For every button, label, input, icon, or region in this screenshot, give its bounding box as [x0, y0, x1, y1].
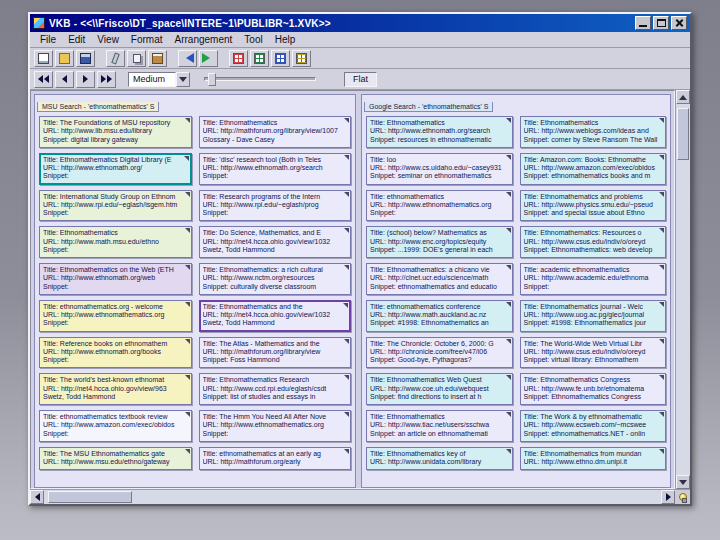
info-card[interactable]: Title: Ethnomathematics: a rich cultural… — [199, 263, 352, 295]
menu-item-format[interactable]: Format — [125, 33, 169, 46]
vertical-scroll-thumb[interactable] — [677, 108, 689, 160]
zoom-slider[interactable] — [204, 77, 316, 81]
info-card[interactable]: Title: The World-Wide Web Virtual LibrUR… — [520, 337, 667, 369]
scroll-up-button[interactable] — [676, 90, 690, 104]
info-card[interactable]: Title: The Work & by ethnomathematicURL:… — [520, 410, 667, 442]
horizontal-scrollbar[interactable] — [30, 490, 675, 504]
info-card[interactable]: Title: Research programs of the InternUR… — [199, 190, 352, 222]
zoom-dropdown[interactable]: Medium — [128, 72, 190, 87]
zoom-dropdown-button[interactable] — [176, 72, 190, 87]
info-card[interactable]: Title: Ethnomathematics and theURL: http… — [199, 300, 352, 332]
new-document-button[interactable] — [34, 50, 53, 67]
info-card[interactable]: Title: (school) below? Mathematics asURL… — [366, 226, 513, 258]
info-card[interactable]: Title: Ethnomathematics journal - WelcUR… — [520, 300, 667, 332]
close-button[interactable] — [671, 16, 687, 30]
menu-item-edit[interactable]: Edit — [62, 33, 91, 46]
info-card[interactable]: Title: ethnomathematics conferenceURL: h… — [366, 300, 513, 332]
info-card[interactable]: Title: Ethnomathematics Digital Library … — [39, 153, 192, 185]
card-text: URL: http://www.amazon.com/exec/obidos — [43, 421, 188, 429]
save-button[interactable] — [76, 50, 95, 67]
menu-bar: FileEditViewFormatArrangementToolHelp — [30, 32, 690, 48]
info-card[interactable]: Title: looURL: http://www.cs.uidaho.edu/… — [366, 153, 513, 185]
info-card[interactable]: Title: 'disc' research tool (Both in Tel… — [199, 153, 352, 185]
info-card[interactable]: Title: Reference books on ethnomathemURL… — [39, 337, 192, 369]
nav-prev-button[interactable] — [55, 71, 74, 88]
info-card[interactable]: Title: The Atlas - Mathematics and theUR… — [199, 337, 352, 369]
info-card[interactable]: Title: EthnomathematicsURL: http://www.w… — [520, 116, 667, 148]
nav-first-button[interactable] — [34, 71, 53, 88]
copy-button[interactable] — [127, 50, 146, 67]
vertical-scrollbar[interactable] — [675, 90, 690, 489]
info-card[interactable]: Title: The world's best-known ethnomatUR… — [39, 373, 192, 405]
grid-view-green-button[interactable] — [250, 50, 269, 67]
info-card[interactable]: Title: EthnomathematicsURL: http://www.m… — [39, 226, 192, 258]
horizontal-scroll-track[interactable] — [132, 490, 661, 504]
minimize-button[interactable] — [635, 16, 651, 30]
info-card[interactable]: Title: ethnomathematics textbook reviewU… — [39, 410, 192, 442]
info-card[interactable]: Title: The Foundations of MSU repository… — [39, 116, 192, 148]
card-text: Title: Ethnomathematics: a chicano vie — [370, 266, 509, 274]
info-card[interactable]: Title: ethnomathematics at an early agUR… — [199, 447, 352, 471]
title-bar[interactable]: VKB - <<\\Frisco\DT_space\INTERE~1\PUBLI… — [30, 14, 690, 32]
menu-item-help[interactable]: Help — [269, 33, 302, 46]
cut-button[interactable] — [106, 50, 125, 67]
paste-button[interactable] — [148, 50, 167, 67]
nav-last-button[interactable] — [97, 71, 116, 88]
info-card[interactable]: Title: Ethnomathematics from mundanURL: … — [520, 447, 667, 471]
info-card[interactable]: Title: The Chronicle: October 6, 2000: G… — [366, 337, 513, 369]
info-card[interactable]: Title: Ethnomathematics and problemsURL:… — [520, 190, 667, 222]
menu-item-arrangement[interactable]: Arrangement — [169, 33, 239, 46]
info-card[interactable]: Title: EthnomathematicsURL: http://www.t… — [366, 410, 513, 442]
card-text: URL: http://www.ecsweb.com/~mcswee — [524, 421, 663, 429]
workspace-canvas[interactable]: MSU Search - 'ethnomathematics' STitle: … — [30, 90, 675, 489]
info-card[interactable]: Title: ethnomathematicsURL: http://www.e… — [366, 190, 513, 222]
open-folder-button[interactable] — [55, 50, 74, 67]
info-card[interactable]: Title: Do Science, Mathematics, and EURL… — [199, 226, 352, 258]
info-card[interactable]: Title: The MSU Ethnomathematics gateURL:… — [39, 447, 192, 471]
undo-button[interactable] — [178, 50, 197, 67]
info-card[interactable]: Title: Amazon.com: Books: EthnomatheURL:… — [520, 153, 667, 185]
card-text: Snippet: — [43, 319, 188, 327]
info-card[interactable]: Title: ethnomathematics.org - welcomeURL… — [39, 300, 192, 332]
horizontal-scroll-thumb[interactable] — [48, 491, 132, 503]
info-card[interactable]: Title: The Hmm You Need All After NoveUR… — [199, 410, 352, 442]
vertical-scroll-track[interactable] — [676, 160, 690, 475]
card-text: Swetz, Todd Hammond — [203, 319, 348, 327]
scroll-left-button[interactable] — [30, 490, 44, 504]
card-text: URL: http://www.ethnomath.org/web — [43, 274, 188, 282]
suggestion-corner[interactable] — [675, 490, 690, 504]
info-card[interactable]: Title: Ethnomathematics key ofURL: http:… — [366, 447, 513, 471]
info-card[interactable]: Title: Ethnomathematics CongressURL: htt… — [520, 373, 667, 405]
zoom-value[interactable]: Medium — [128, 72, 176, 87]
grid-view-blue-button[interactable] — [271, 50, 290, 67]
info-card[interactable]: Title: International Study Group on Ethn… — [39, 190, 192, 222]
info-card[interactable]: Title: Ethnomathematics Web QuestURL: ht… — [366, 373, 513, 405]
menu-item-file[interactable]: File — [34, 33, 62, 46]
card-text: Snippet: ethnomathematics books and m — [524, 172, 663, 180]
maximize-button[interactable] — [653, 16, 669, 30]
menu-item-tool[interactable]: Tool — [238, 33, 268, 46]
region-label-1[interactable]: Google Search - 'ethnomathematics' S — [364, 102, 493, 112]
info-card[interactable]: Title: Ethnomathematics: Resources oURL:… — [520, 226, 667, 258]
card-text: Snippet: virtual library: Ethnomathem — [524, 356, 663, 364]
info-card[interactable]: Title: Ethnomathematics on the Web (ETHU… — [39, 263, 192, 295]
grid-view-multi-icon — [296, 53, 307, 64]
grid-view-red-button[interactable] — [229, 50, 248, 67]
card-column: Title: The Foundations of MSU repository… — [39, 116, 192, 470]
menu-item-view[interactable]: View — [91, 33, 125, 46]
region-label-0[interactable]: MSU Search - 'ethnomathematics' S — [37, 102, 159, 112]
card-text: URL: http://mathforum.org/early — [203, 458, 348, 466]
zoom-slider-handle[interactable] — [208, 73, 216, 86]
grid-view-multi-button[interactable] — [292, 50, 311, 67]
card-text: Title: Ethnomathematics Research — [203, 376, 348, 384]
scroll-down-button[interactable] — [676, 475, 690, 489]
info-card[interactable]: Title: Ethnomathematics ResearchURL: htt… — [199, 373, 352, 405]
card-text: URL: http://www.physics.smu.edu/~pseud — [524, 201, 663, 209]
info-card[interactable]: Title: EthnomathematicsURL: http://www.e… — [366, 116, 513, 148]
nav-next-button[interactable] — [76, 71, 95, 88]
info-card[interactable]: Title: Ethnomathematics: a chicano vieUR… — [366, 263, 513, 295]
info-card[interactable]: Title: EthnomathematicsURL: http://mathf… — [199, 116, 352, 148]
info-card[interactable]: Title: academic ethnomathematicsURL: htt… — [520, 263, 667, 295]
scroll-right-button[interactable] — [661, 490, 675, 504]
redo-button[interactable] — [199, 50, 218, 67]
